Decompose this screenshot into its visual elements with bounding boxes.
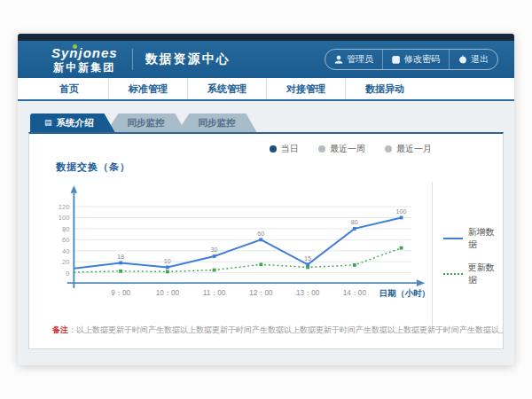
window-title-strip [18, 34, 514, 41]
legend-line-sample [443, 238, 463, 239]
user-toolbar: 管理员 修改密码 退出 [325, 49, 498, 70]
svg-text:60: 60 [257, 231, 264, 238]
radio-label: 当日 [281, 143, 299, 155]
svg-text:14：00: 14：00 [343, 289, 367, 297]
svg-text:15: 15 [304, 255, 311, 262]
radio-selected-icon [270, 145, 277, 153]
tab-1[interactable]: 同步监控 [106, 113, 186, 132]
legend-label: 新增数据 [468, 226, 503, 251]
svg-text:120: 120 [59, 203, 70, 211]
svg-text:100: 100 [396, 208, 407, 215]
svg-text:12：00: 12：00 [249, 289, 273, 297]
admin-user-label: 管理员 [347, 53, 373, 66]
svg-text:60: 60 [62, 236, 70, 244]
nav-item-2[interactable]: 系统管理 [187, 78, 266, 99]
line-chart: 0204060801001209：0010：0011：0012：0013：001… [29, 176, 432, 331]
logout-label: 退出 [471, 53, 489, 66]
power-icon [458, 55, 467, 64]
svg-text:80: 80 [351, 219, 358, 226]
company-logo: Synjones 新中新集团 [51, 46, 118, 73]
legend-line-sample [443, 273, 463, 275]
user-icon [334, 55, 343, 64]
system-intro-panel: 当日最近一周最近一月 数据交换（条） 0204060801001209：0010… [28, 132, 504, 349]
svg-text:0: 0 [66, 270, 69, 278]
svg-text:日期（小时）: 日期（小时） [379, 288, 430, 299]
svg-text:80: 80 [62, 225, 70, 233]
svg-text:11：00: 11：00 [203, 289, 226, 297]
y-axis-title: 数据交换（条） [56, 160, 130, 174]
logo-name: Synjones [51, 46, 118, 59]
edit-icon [392, 55, 401, 64]
svg-text:10：00: 10：00 [156, 289, 180, 297]
change-password-button[interactable]: 修改密码 [382, 50, 449, 69]
legend-label: 更新数据 [468, 262, 503, 286]
radio-option-2[interactable]: 最近一月 [385, 143, 432, 155]
svg-text:9：00: 9：00 [111, 289, 130, 297]
svg-text:30: 30 [211, 246, 218, 254]
tab-bar: ▤系统介绍同步监控同步监控 [30, 113, 504, 132]
logo-accent-dot [73, 44, 77, 49]
tab-0[interactable]: ▤系统介绍 [30, 113, 115, 132]
svg-text:20: 20 [62, 258, 70, 266]
radio-option-0[interactable]: 当日 [270, 143, 299, 155]
radio-label: 最近一月 [396, 143, 432, 155]
footnote: 备注：以上数据更新于时间产生数据以上数据更新于时间产生数据以上数据更新于时间产生… [29, 325, 503, 336]
radio-unselected-icon [385, 145, 392, 153]
tab-2[interactable]: 同步监控 [177, 113, 257, 132]
svg-text:13：00: 13：00 [296, 289, 320, 297]
radio-label: 最近一周 [330, 143, 365, 155]
radio-option-1[interactable]: 最近一周 [318, 143, 365, 155]
footnote-text: ：以上数据更新于时间产生数据以上数据更新于时间产生数据以上数据更新于时间产生数据… [68, 325, 503, 334]
legend-item-0: 新增数据 [443, 226, 503, 251]
admin-user-button[interactable]: 管理员 [325, 50, 382, 69]
svg-text:10: 10 [164, 258, 171, 265]
svg-text:18: 18 [117, 254, 124, 261]
header-divider [132, 49, 133, 70]
nav-item-4[interactable]: 数据异动 [345, 78, 424, 99]
chart-legend: 新增数据更新数据 [432, 182, 503, 331]
logout-button[interactable]: 退出 [449, 50, 497, 69]
app-header: Synjones 新中新集团 数据资源中心 管理员 修改密码 [18, 41, 514, 78]
nav-item-1[interactable]: 标准管理 [108, 78, 187, 99]
footnote-label: 备注 [52, 325, 68, 334]
tab-label: 系统介绍 [57, 117, 94, 129]
chart-canvas: 0204060801001209：0010：0011：0012：0013：001… [42, 176, 432, 317]
tab-label: 同步监控 [199, 117, 236, 129]
svg-text:40: 40 [62, 247, 70, 255]
main-nav: 首页标准管理系统管理对接管理数据异动 [18, 78, 514, 101]
radio-unselected-icon [318, 145, 325, 153]
legend-item-1: 更新数据 [443, 262, 503, 286]
nav-item-0[interactable]: 首页 [30, 78, 108, 99]
nav-item-3[interactable]: 对接管理 [266, 78, 345, 99]
page-title: 数据资源中心 [145, 51, 231, 67]
content-area: ▤系统介绍同步监控同步监控 当日最近一周最近一月 数据交换（条） 0204060… [18, 101, 514, 349]
change-password-label: 修改密码 [404, 53, 440, 66]
form-icon: ▤ [44, 119, 52, 127]
tab-label: 同步监控 [128, 117, 165, 129]
app-window: Synjones 新中新集团 数据资源中心 管理员 修改密码 [18, 34, 514, 365]
svg-text:100: 100 [59, 214, 70, 222]
time-range-filters: 当日最近一周最近一月 [270, 143, 432, 155]
logo-subtitle: 新中新集团 [51, 62, 118, 73]
